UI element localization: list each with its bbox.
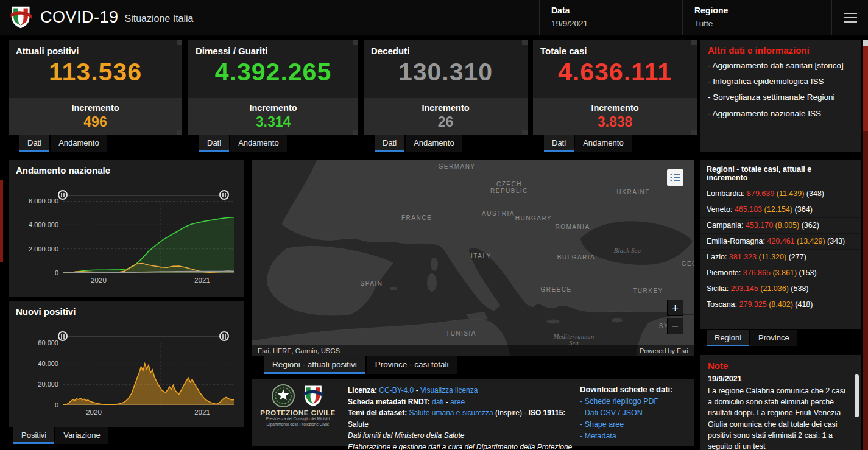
download-shape-link[interactable]: - Shape aree: [580, 420, 690, 429]
tab-positivi[interactable]: Positivi: [13, 427, 54, 444]
stat-value: 113.536: [9, 58, 182, 86]
stat-card-deceduti: Deceduti 130.310 Incremento 26: [364, 40, 528, 135]
increment-label: Incremento: [364, 98, 528, 113]
scrollbar-arrow[interactable]: [177, 40, 182, 45]
tab-province[interactable]: Province: [750, 330, 797, 346]
view-license-link[interactable]: Visualizza licenza: [420, 386, 478, 395]
tab-regioni[interactable]: Regioni: [707, 330, 749, 346]
temi-mid: (Inspire) -: [495, 409, 526, 417]
hamburger-menu-icon[interactable]: [844, 13, 857, 26]
totale-tabs: Dati Andamento: [544, 135, 633, 152]
temi-link[interactable]: Salute umana e sicurezza: [409, 409, 493, 417]
regions-list-panel: Regioni - totale casi, attuali e increme…: [700, 160, 861, 329]
tab-province-casi[interactable]: Province - casi totali: [367, 356, 457, 374]
tab-andamento[interactable]: Andamento: [230, 135, 287, 152]
scrollbar-arrow[interactable]: [691, 130, 697, 135]
temi-salute: Salute: [348, 420, 369, 429]
country-label-greece: GREECE: [540, 286, 571, 293]
europe-map[interactable]: GERMANY CZECH REPUBLIC AUSTRIA HUNGARY U…: [252, 160, 694, 356]
y-tick: 60.000: [9, 339, 58, 346]
link-infografica-iss[interactable]: - Infografica epidemiologica ISS: [700, 74, 861, 90]
region-name: Piemonte:: [707, 269, 741, 277]
region-row: Sicilia: 293.145 (21.036) (538): [700, 281, 861, 297]
scrollbar-arrow[interactable]: [353, 40, 358, 45]
map-legend-button[interactable]: [667, 169, 683, 186]
tab-andamento[interactable]: Andamento: [51, 135, 107, 152]
download-csv-json-link[interactable]: - Dati CSV / JSON: [580, 409, 690, 417]
data-source-line: Dati forniti dal Ministero della Salute: [348, 430, 576, 441]
scrollbar-arrow[interactable]: [353, 130, 358, 135]
stat-title: Attuali positivi: [9, 40, 182, 56]
tab-dati[interactable]: Dati: [19, 135, 49, 152]
scrollbar-arrow[interactable]: [691, 40, 697, 45]
page-scrollbar[interactable]: [863, 40, 868, 450]
metadata-dati-link[interactable]: dati: [432, 398, 443, 406]
sea-label-mediterranean: Mediterranean Sea: [549, 333, 598, 346]
region-name: Sicilia:: [707, 284, 729, 293]
note-body: 19/9/2021 La regione Calabria comunica c…: [700, 373, 861, 450]
time-slider-handle-right[interactable]: [219, 331, 229, 341]
y-tick: 2.000.000: [9, 245, 58, 253]
time-slider-handle-right[interactable]: [219, 190, 229, 200]
header-divider: [539, 0, 540, 35]
scrollbar-up-button[interactable]: [863, 40, 868, 46]
region-attuali: (11.320): [759, 253, 787, 261]
note-scrollbar-thumb[interactable]: [855, 374, 859, 417]
protezione-civile-shield-logo: [302, 384, 325, 408]
date-selector[interactable]: Data 19/9/2021: [551, 5, 588, 28]
time-slider-handle-left[interactable]: [58, 331, 68, 341]
temi-iso: ISO 19115:: [529, 409, 566, 417]
date-value: 19/9/2021: [551, 19, 588, 28]
download-pdf-link[interactable]: - Schede riepilogo PDF: [580, 397, 690, 406]
time-slider-track[interactable]: [63, 195, 224, 196]
powered-by-esri: Powered by Esri: [640, 347, 688, 354]
tab-variazione[interactable]: Variazione: [55, 427, 108, 444]
x-tick-2020: 2020: [76, 409, 112, 416]
scrollbar-arrow[interactable]: [177, 130, 182, 135]
x-tick-2021: 2021: [184, 276, 221, 284]
time-slider-track[interactable]: [63, 336, 224, 337]
link-aggiornamento-sanitari[interactable]: - Aggiornamento dati sanitari [storico]: [700, 58, 861, 74]
stat-title: Deceduti: [364, 40, 528, 56]
scrollbar-arrow[interactable]: [522, 130, 528, 135]
y-tick: 40.000: [9, 360, 58, 367]
header-divider: [682, 0, 683, 35]
tab-andamento[interactable]: Andamento: [575, 135, 632, 152]
region-increment: (153): [799, 269, 817, 277]
increment-label: Incremento: [533, 98, 697, 113]
scrollbar-thumb[interactable]: [863, 46, 868, 131]
temi-line: Temi del dataset: Salute umana e sicurez…: [348, 407, 576, 430]
zoom-out-button[interactable]: −: [667, 318, 683, 334]
region-attuali: (12.154): [764, 205, 793, 214]
region-row: Emilia-Romagna: 420.461 (13.429) (343): [700, 233, 861, 249]
country-label-france: FRANCE: [401, 214, 432, 221]
header-bar: COVID-19 Situazione Italia Data 19/9/202…: [0, 0, 868, 35]
download-metadata-link[interactable]: - Metadata: [580, 432, 690, 440]
deceduti-tabs: Dati Andamento: [375, 135, 464, 152]
protezione-civile-logo: [9, 4, 33, 30]
license-line: Licenza: CC-BY-4.0 - Visualizza licenza: [348, 385, 576, 396]
region-name: Toscana:: [707, 300, 737, 309]
increment-value: 496: [9, 114, 182, 130]
org-sub2: Dipartimento della Protezione Civile: [252, 422, 344, 427]
x-tick-2021: 2021: [184, 409, 221, 416]
tab-dati[interactable]: Dati: [375, 135, 404, 152]
zoom-in-button[interactable]: +: [667, 300, 683, 316]
region-selector[interactable]: Regione Tutte: [694, 5, 728, 28]
link-sorveglianza-regioni[interactable]: - Sorveglianza settimanale Regioni: [700, 90, 861, 105]
metadata-aree-link[interactable]: aree: [450, 398, 465, 406]
chart-title: Andamento nazionale: [9, 160, 244, 178]
tab-regioni-attuali[interactable]: Regioni - attuali positivi: [264, 356, 365, 374]
left-scrollbar[interactable]: [0, 180, 3, 262]
tab-dati[interactable]: Dati: [544, 135, 574, 152]
tab-dati[interactable]: Dati: [199, 135, 229, 152]
metadata-label: Scheda metadati RNDT:: [348, 398, 430, 406]
note-panel: Note 19/9/2021 La regione Calabria comun…: [700, 355, 861, 450]
time-slider-handle-left[interactable]: [58, 190, 68, 200]
download-title: Download schede e dati:: [580, 385, 690, 394]
scrollbar-arrow[interactable]: [522, 40, 528, 45]
license-link[interactable]: CC-BY-4.0: [379, 386, 414, 395]
y-tick: 0: [9, 401, 58, 409]
tab-andamento[interactable]: Andamento: [406, 135, 462, 152]
link-aggiornamento-iss[interactable]: - Aggiornamento nazionale ISS: [700, 106, 861, 122]
